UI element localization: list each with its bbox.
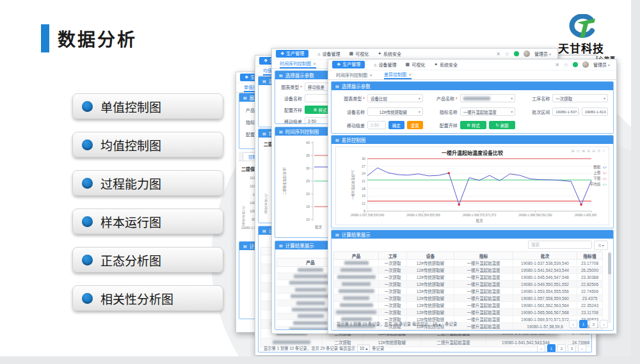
close-icon[interactable]: ✕ xyxy=(555,62,559,68)
menu-item[interactable]: 正态分析图 xyxy=(72,247,223,273)
redacted-product xyxy=(294,274,328,278)
next-page-button[interactable]: › xyxy=(578,344,586,352)
notification-dot[interactable] xyxy=(514,51,519,56)
legend-item[interactable]: 数据-◇- xyxy=(590,164,606,170)
page-button[interactable]: 3 xyxy=(568,344,576,352)
nav-label: 系统安全 xyxy=(383,51,401,57)
wd-pagination: 显示第 1 到第 10 条记录，总共 28 条记录 每页显示 10▴ 条记录 ‹… xyxy=(337,320,608,328)
product-select[interactable]: ▾ xyxy=(460,94,516,102)
menu-item-label: 单值控制图 xyxy=(100,98,161,115)
nav-production[interactable]: ❖生产管理 xyxy=(276,50,308,58)
table-cell: 19080-1-557,558,559,560 xyxy=(513,295,577,302)
nav-visualization[interactable]: ▦可视化 xyxy=(349,51,369,57)
device-select[interactable]: 12#传统提取罐▾ xyxy=(367,107,423,116)
notification-dot[interactable] xyxy=(573,62,578,67)
menu-item[interactable]: 均值控制图 xyxy=(72,132,223,157)
download-icon[interactable]: ⌂ xyxy=(602,148,605,153)
zoom-in-icon[interactable]: ⊕ xyxy=(582,148,585,153)
nav-visualization[interactable]: ▦可视化 xyxy=(406,61,426,68)
slide-canvas: 数据分析 天甘科技 匠心故事 单值控制图均值控制图过程能力图样本运行图正态分析图… xyxy=(0,0,631,356)
style-button[interactable]: ⚙样式 xyxy=(460,121,486,129)
results-icon: ▤ xyxy=(335,232,339,237)
reset-button[interactable]: 重置 xyxy=(407,121,423,129)
star-icon[interactable]: ☆ xyxy=(505,51,509,57)
close-tab-icon[interactable]: ✕ xyxy=(369,73,372,77)
page-button[interactable]: 1 xyxy=(579,320,588,328)
user-menu[interactable]: 管理员 ▾ xyxy=(534,51,551,57)
process-select[interactable]: 一次提取▾ xyxy=(552,94,608,102)
menu-item[interactable]: 相关性分析图 xyxy=(72,285,223,311)
reset-view-icon[interactable]: ↺ xyxy=(597,148,600,153)
nav-equipment[interactable]: ⌂设备管理 xyxy=(317,51,340,57)
svg-text:9: 9 xyxy=(364,209,365,213)
flask-icon: ❖ xyxy=(337,61,340,68)
tab-time-series-chart[interactable]: 时间序列控制图✕ xyxy=(336,70,372,79)
menu-item[interactable]: 单值控制图 xyxy=(72,93,223,119)
table-cell: 一次提取 xyxy=(379,309,407,316)
table-cell: 19080-1-541,542,543,544 xyxy=(513,267,577,274)
table-cell: 26.25000 xyxy=(577,267,603,274)
autoscale-icon[interactable]: ⊟ xyxy=(592,148,595,153)
close-tab-icon[interactable]: ✕ xyxy=(313,61,316,66)
refresh-button[interactable]: ↻刷新 xyxy=(489,121,515,129)
chart-type-select[interactable]: 设备比较▾ xyxy=(367,94,423,102)
zoom-out-icon[interactable]: ⊖ xyxy=(587,148,590,153)
bullet-icon xyxy=(82,101,93,112)
lasso-select-icon[interactable]: ▭ xyxy=(577,148,580,153)
search-input[interactable] xyxy=(528,241,592,249)
menu-item[interactable]: 样本运行图 xyxy=(72,209,223,234)
nav-right-cluster: ✕☆管理员 ▾ xyxy=(555,61,612,68)
per-page-select[interactable]: 10▴ xyxy=(430,320,443,328)
product-cell xyxy=(334,295,379,302)
prev-page-button[interactable]: ‹ xyxy=(537,344,545,352)
batch-to-input[interactable]: 19080-1-613.1 xyxy=(582,107,608,116)
nav-security[interactable]: ✦系统安全 xyxy=(378,51,401,57)
batch-from-input[interactable]: 19080-1-537.1 xyxy=(552,107,579,116)
scrollbar-thumb[interactable] xyxy=(608,253,611,274)
chevron-down-icon: ▾ xyxy=(419,109,420,114)
page-button[interactable]: 2 xyxy=(557,344,566,352)
chevron-down-icon: ▾ xyxy=(602,243,604,248)
metric-select[interactable]: 一楼升温起始温度▾ xyxy=(460,107,516,116)
redacted-product xyxy=(298,314,324,318)
table-scrollbar[interactable] xyxy=(608,251,611,323)
redacted-product xyxy=(292,308,329,312)
svg-text:21: 21 xyxy=(362,179,365,183)
moving-range-input[interactable]: 2-50 xyxy=(367,121,386,129)
columns-toggle-button[interactable]: ☰▾ xyxy=(594,241,608,250)
page-button[interactable]: 2 xyxy=(589,320,598,328)
wc-range-label: 移动极差 xyxy=(276,118,302,125)
menu-item[interactable]: 过程能力图 xyxy=(72,170,223,196)
tab-diff-chart[interactable]: 差异控制图✕ xyxy=(384,70,412,79)
svg-text:二提取液温度(采样): 二提取液温度(采样) xyxy=(282,167,287,195)
confirm-button[interactable]: 确定 xyxy=(388,121,404,129)
table-search-row: ☰▾ xyxy=(528,241,608,250)
nav-equipment[interactable]: ⌂设备管理 xyxy=(374,61,396,68)
wd-params-header: ▤ 选择展示参数 xyxy=(332,82,613,90)
chart-type-menu: 单值控制图均值控制图过程能力图样本运行图正态分析图相关性分析图 xyxy=(72,93,223,324)
nav-security[interactable]: ✦系统安全 xyxy=(434,61,458,68)
avatar[interactable] xyxy=(524,51,530,57)
next-page-button[interactable]: › xyxy=(600,320,608,328)
legend-item[interactable]: 上限-◇- xyxy=(590,170,606,175)
close-icon[interactable]: ✕ xyxy=(496,51,500,57)
avatar[interactable] xyxy=(582,61,589,68)
per-page-select[interactable]: 10▴ xyxy=(357,344,370,352)
process-name-label: 工序名称 xyxy=(522,95,550,102)
legend-item[interactable]: 下限-◇- xyxy=(590,175,606,181)
line-chart-canvas[interactable]: 30272421181512919080-1-537,538,539,54019… xyxy=(348,156,596,224)
chart-icon: ▤ xyxy=(279,129,283,134)
results-icon: ▤ xyxy=(243,244,247,248)
page-button[interactable]: 1 xyxy=(547,344,556,352)
wd-results-section: ▤ 计算结果展示 ☰▾ 产品工序设备指标批次指标值一次提取12#传统提取罐一楼升… xyxy=(331,230,614,331)
nav-production[interactable]: ❖生产管理 xyxy=(332,61,365,68)
close-tab-icon[interactable]: ✕ xyxy=(408,72,412,77)
page-buttons: ‹123› xyxy=(537,344,586,352)
prev-page-button[interactable]: ‹ xyxy=(569,320,577,328)
user-menu[interactable]: 管理员 ▾ xyxy=(593,61,610,68)
box-zoom-icon[interactable]: ⊞ xyxy=(572,148,575,153)
star-icon[interactable]: ☆ xyxy=(564,62,568,68)
svg-text:35: 35 xyxy=(306,154,310,157)
legend-item[interactable]: 平均值-◇- xyxy=(590,181,606,187)
tab-time-series-chart[interactable]: 时间序列控制图✕ xyxy=(280,59,316,68)
